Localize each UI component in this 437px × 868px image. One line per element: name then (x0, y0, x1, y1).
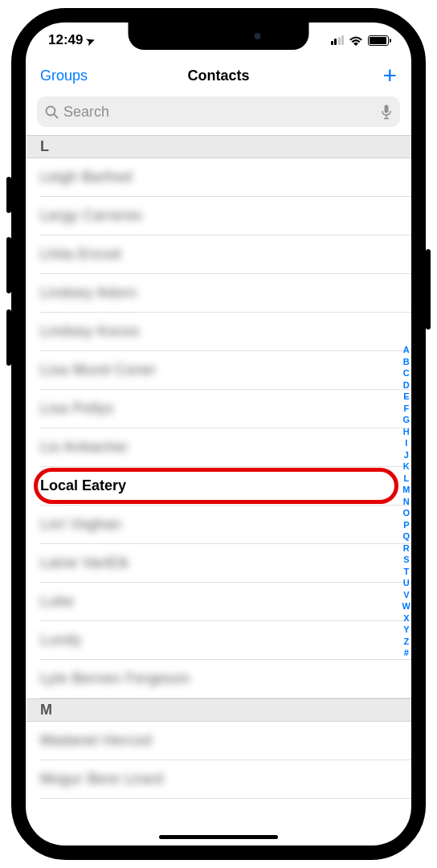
alpha-index[interactable]: ABCDEFGHIJKLMNOPQRSTUVWXYZ# (402, 344, 410, 659)
contact-name: Lindsey Kocos (40, 323, 140, 340)
contact-name: Laine VanEik (40, 555, 129, 571)
index-letter[interactable]: R (403, 542, 410, 555)
contact-row[interactable]: Leigh Barfred (40, 158, 411, 197)
index-letter[interactable]: B (403, 356, 410, 368)
contact-name: Local Eatery (40, 477, 126, 494)
index-letter[interactable]: S (403, 554, 409, 566)
contact-name: Lhita Encod (40, 246, 121, 263)
index-letter[interactable]: O (403, 507, 410, 519)
index-letter[interactable]: U (403, 577, 410, 589)
contact-name: Lis Anbacher (40, 439, 129, 456)
index-letter[interactable]: A (403, 344, 410, 356)
contact-row[interactable]: Lube (40, 583, 411, 621)
contact-row[interactable]: Lindsey Adorn (40, 274, 411, 313)
contact-row[interactable]: Lhita Encod (40, 235, 411, 274)
contact-row[interactable]: Laine VanEik (40, 544, 411, 583)
contact-name: Lindsey Adorn (40, 285, 137, 301)
add-contact-button[interactable]: + (382, 68, 397, 84)
index-letter[interactable]: Y (403, 624, 409, 636)
wifi-icon (349, 35, 363, 46)
index-letter[interactable]: L (403, 473, 409, 485)
contact-row[interactable]: Madanel Hercod (40, 722, 411, 760)
phone-frame: 12:49 ➤ Groups Contacts + (11, 8, 426, 860)
index-letter[interactable]: V (403, 589, 409, 601)
location-icon: ➤ (84, 33, 96, 47)
search-input[interactable] (63, 104, 376, 121)
home-indicator[interactable] (159, 835, 278, 839)
index-letter[interactable]: G (403, 414, 410, 426)
contact-name: Lergy Carreres (40, 207, 142, 224)
contact-row[interactable]: Mogur Bere Lirard (40, 760, 411, 799)
contact-row[interactable]: Lergy Carreres (40, 197, 411, 235)
nav-bar: Groups Contacts + (26, 58, 411, 93)
cellular-icon (331, 35, 345, 45)
status-time: 12:49 (48, 32, 83, 48)
search-icon (45, 105, 59, 119)
contact-row[interactable]: Local Eatery (40, 467, 411, 506)
contact-name: Lundy (40, 632, 82, 649)
contact-name: Lisa Pollys (40, 400, 114, 417)
contact-name: Leigh Barfred (40, 169, 133, 186)
index-letter[interactable]: N (403, 496, 410, 508)
index-letter[interactable]: K (403, 461, 410, 473)
index-letter[interactable]: D (403, 379, 410, 391)
index-letter[interactable]: Q (403, 530, 410, 542)
index-letter[interactable]: P (403, 519, 409, 531)
contact-name: Lori Voghan (40, 516, 122, 533)
index-letter[interactable]: C (403, 367, 410, 379)
contact-name: Lisa Mund Coner (40, 362, 157, 379)
contact-row[interactable]: Lindsey Kocos (40, 313, 411, 351)
page-title: Contacts (187, 68, 249, 84)
index-letter[interactable]: Z (403, 636, 409, 648)
index-letter[interactable]: J (404, 449, 409, 461)
section-header: L (26, 135, 411, 158)
notch (129, 23, 309, 50)
battery-icon (368, 35, 389, 46)
screen: 12:49 ➤ Groups Contacts + (26, 23, 411, 845)
svg-rect-2 (385, 104, 389, 113)
index-letter[interactable]: F (403, 403, 409, 415)
svg-line-1 (54, 114, 57, 117)
index-letter[interactable]: E (403, 391, 409, 403)
contact-row[interactable]: Lundy (40, 621, 411, 660)
index-letter[interactable]: # (404, 647, 409, 659)
groups-button[interactable]: Groups (40, 68, 88, 84)
contact-name: Lube (40, 593, 74, 610)
contact-row[interactable]: Lyle Bernen Fergeson (40, 660, 411, 698)
index-letter[interactable]: T (403, 566, 409, 578)
index-letter[interactable]: X (403, 612, 409, 624)
search-bar[interactable] (37, 96, 400, 127)
contact-row[interactable]: Lisa Mund Coner (40, 351, 411, 390)
index-letter[interactable]: W (402, 600, 410, 612)
contact-row[interactable]: Lori Voghan (40, 506, 411, 544)
section-header: M (26, 698, 411, 722)
microphone-icon[interactable] (381, 104, 392, 120)
index-letter[interactable]: I (405, 437, 407, 449)
index-letter[interactable]: H (403, 426, 410, 438)
contact-name: Lyle Bernen Fergeson (40, 670, 190, 687)
contact-row[interactable]: Lis Anbacher (40, 428, 411, 467)
index-letter[interactable]: M (402, 484, 410, 496)
contact-row[interactable]: Lisa Pollys (40, 390, 411, 428)
contact-name: Madanel Hercod (40, 732, 152, 749)
contact-name: Mogur Bere Lirard (40, 771, 164, 788)
